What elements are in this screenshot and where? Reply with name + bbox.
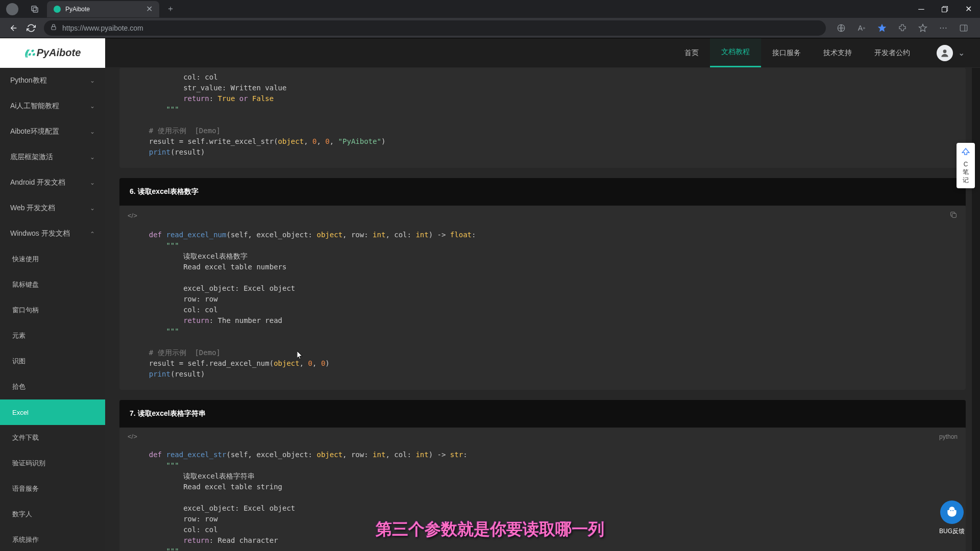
- tab-close-icon[interactable]: ✕: [145, 5, 153, 13]
- minimize-button[interactable]: ─: [910, 0, 933, 18]
- nav-convention[interactable]: 开发者公约: [863, 38, 921, 67]
- sidebar-item[interactable]: 拾色: [0, 374, 105, 399]
- logo[interactable]: ⸨⁂PyAibote: [0, 38, 105, 68]
- sidebar-item[interactable]: 验证码识别: [0, 450, 105, 476]
- sidebar-item[interactable]: 文件下载: [0, 425, 105, 450]
- bug-label: BUG反馈: [939, 527, 965, 536]
- code-tag-icon: </>: [128, 212, 137, 219]
- sidebar: Python教程⌄Ai人工智能教程⌄Aibote环境配置⌄底层框架激活⌄Andr…: [0, 38, 105, 551]
- tab-favicon-icon: [53, 5, 61, 13]
- new-tab-button[interactable]: ＋: [163, 2, 178, 16]
- svg-rect-0: [32, 6, 36, 11]
- titlebar-left: PyAibote ✕ ＋: [0, 0, 178, 18]
- avatar-menu[interactable]: ⌄: [937, 45, 965, 61]
- more-icon[interactable]: ⋯: [936, 21, 950, 35]
- read-aloud-icon[interactable]: A»: [854, 21, 869, 35]
- svg-rect-5: [52, 27, 56, 30]
- back-button[interactable]: [5, 19, 22, 37]
- address-bar: https://www.pyaibote.com A» ⋯: [0, 18, 980, 38]
- svg-point-9: [943, 49, 947, 53]
- section-6-header: 6. 读取excel表格数字: [119, 178, 966, 206]
- section-7-header: 7. 读取excel表格字符串: [119, 400, 966, 428]
- sidebar-group[interactable]: 底层框架激活⌄: [0, 144, 105, 170]
- code-content: def read_excel_num(self, excel_object: o…: [119, 226, 966, 390]
- window-controls: ─ ✕: [910, 0, 980, 18]
- svg-rect-1: [33, 8, 38, 12]
- sidebar-item[interactable]: 语音服务: [0, 476, 105, 502]
- tab-title: PyAibote: [65, 6, 145, 13]
- lock-icon: [50, 23, 57, 33]
- sidebar-group[interactable]: Windwos 开发文档⌄: [0, 221, 105, 246]
- maximize-button[interactable]: [933, 0, 957, 18]
- bug-feedback-widget[interactable]: BUG反馈: [939, 500, 965, 536]
- sidebar-icon[interactable]: [957, 21, 971, 35]
- sidebar-item[interactable]: 元素: [0, 323, 105, 348]
- code-content: col: col str_value: Written value return…: [119, 68, 966, 168]
- sidebar-group[interactable]: Web 开发文档⌄: [0, 195, 105, 221]
- translate-icon[interactable]: [834, 21, 848, 35]
- sidebar-item[interactable]: 识图: [0, 348, 105, 374]
- collections-icon[interactable]: [916, 21, 930, 35]
- profile-icon[interactable]: [6, 3, 18, 15]
- sidebar-group[interactable]: Python教程⌄: [0, 68, 105, 93]
- sidebar-item[interactable]: 窗口句柄: [0, 297, 105, 323]
- copy-code-button[interactable]: [949, 211, 958, 220]
- sidebar-item[interactable]: 鼠标键盘: [0, 272, 105, 297]
- sidebar-group[interactable]: Aibote环境配置⌄: [0, 119, 105, 144]
- site-header: ⸨⁂PyAibote 首页 文档教程 接口服务 技术支持 开发者公约 ⌄: [0, 38, 980, 68]
- nav-docs[interactable]: 文档教程: [710, 38, 761, 67]
- toolbar-icons: A» ⋯: [830, 21, 975, 35]
- svg-rect-7: [960, 25, 967, 31]
- page: ⸨⁂PyAibote 首页 文档教程 接口服务 技术支持 开发者公约 ⌄ Pyt…: [0, 38, 980, 551]
- close-button[interactable]: ✕: [957, 0, 980, 18]
- chevron-down-icon: ⌄: [958, 48, 965, 58]
- svg-rect-10: [952, 213, 956, 217]
- svg-point-2: [54, 6, 61, 13]
- bug-icon: [940, 500, 964, 524]
- main-content: col: col str_value: Written value return…: [105, 38, 980, 551]
- sidebar-item[interactable]: 系统操作: [0, 527, 105, 551]
- nav-home[interactable]: 首页: [673, 38, 710, 67]
- sidebar-item[interactable]: 快速使用: [0, 246, 105, 272]
- code-tag-icon: </>: [128, 433, 137, 440]
- top-nav: 首页 文档教程 接口服务 技术支持 开发者公约 ⌄: [673, 38, 980, 67]
- notes-widget[interactable]: C 笔 记: [957, 143, 975, 188]
- workspaces-icon[interactable]: [28, 2, 42, 16]
- refresh-button[interactable]: [22, 19, 40, 37]
- window-titlebar: PyAibote ✕ ＋ ─ ✕: [0, 0, 980, 18]
- code-language: python: [939, 433, 958, 440]
- sidebar-group[interactable]: Ai人工智能教程⌄: [0, 93, 105, 119]
- avatar-icon: [937, 45, 953, 61]
- url-text: https://www.pyaibote.com: [62, 24, 143, 32]
- url-input[interactable]: https://www.pyaibote.com: [44, 20, 826, 36]
- extensions-icon[interactable]: [895, 21, 910, 35]
- page-scrollbar[interactable]: [972, 38, 980, 551]
- video-subtitle: 第三个参数就是你要读取哪一列: [376, 518, 604, 541]
- nav-support[interactable]: 技术支持: [812, 38, 863, 67]
- sidebar-group[interactable]: Android 开发文档⌄: [0, 170, 105, 195]
- favorite-icon[interactable]: [875, 21, 889, 35]
- code-block-read-num: </> def read_excel_num(self, excel_objec…: [119, 206, 966, 390]
- nav-api[interactable]: 接口服务: [761, 38, 812, 67]
- sidebar-item[interactable]: 数字人: [0, 502, 105, 527]
- svg-rect-4: [942, 7, 947, 12]
- browser-tab[interactable]: PyAibote ✕: [47, 1, 159, 17]
- code-block-write-excel: col: col str_value: Written value return…: [119, 68, 966, 168]
- sidebar-item[interactable]: Excel: [0, 399, 105, 425]
